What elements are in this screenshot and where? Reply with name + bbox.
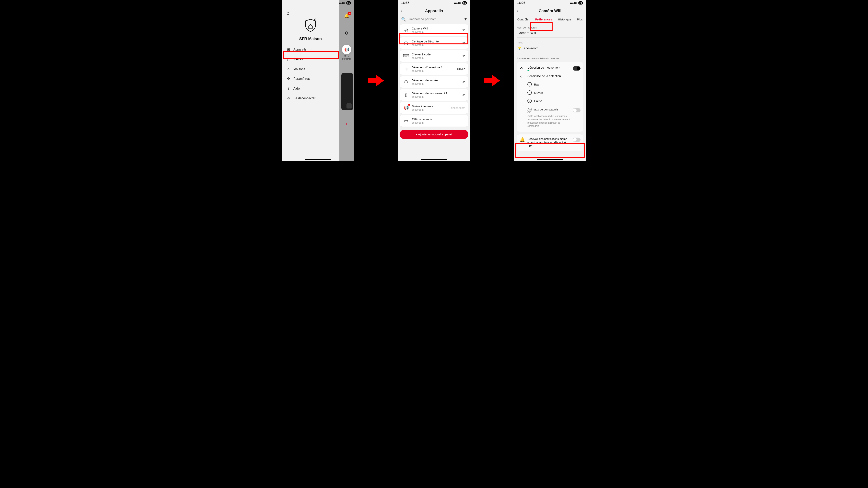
drawer-item-label: Pièces [293, 58, 303, 61]
device-room: showroom [412, 95, 459, 98]
expand-icon[interactable]: ⛶ [346, 103, 351, 108]
tab-more[interactable]: Plus [576, 17, 584, 22]
sensitivity-option-low[interactable]: Bas [520, 80, 581, 89]
emergency-mode-label: Mode d'urgence [339, 55, 354, 60]
drawer-item-rooms[interactable]: ▢Pièces [282, 55, 339, 64]
device-status: On [462, 29, 465, 32]
status-indicators: 4G 66 [454, 1, 467, 4]
device-name: Caméra Wifi [412, 27, 459, 30]
sensitivity-med-label: Moyen [534, 91, 543, 94]
drawer-item-label: Appareils [293, 48, 307, 51]
drawer-item-label: Se déconnecter [293, 97, 315, 100]
device-card[interactable]: ▭ Télécommande showroom [400, 115, 468, 127]
rooms-icon: ▢ [286, 57, 291, 62]
sensitivity-high-label: Haute [534, 99, 542, 103]
device-status: On [462, 93, 465, 97]
page-title: Caméra Wifi [517, 9, 584, 13]
background-dimmed: 🔔30 ⚙ 📢 Mode d'urgence ⛶ › › [339, 0, 354, 161]
shield-icon [303, 18, 318, 33]
status-time: 16:26 [517, 1, 525, 5]
room-selector[interactable]: 💡 showroom ⌄ [517, 44, 583, 53]
notifications-title: Recevoir des notifications même quand le… [527, 137, 570, 144]
device-icon: ⌨ [403, 53, 409, 59]
arrow-2 [484, 75, 500, 87]
device-name: Clavier à code [412, 53, 459, 56]
drawer-item-help[interactable]: ?Aide [282, 84, 339, 93]
motion-detection-title: Détection de mouvement [527, 66, 570, 69]
home-indicator[interactable] [537, 159, 563, 160]
drawer-item-devices[interactable]: ⊞Appareils [282, 44, 339, 55]
device-card[interactable]: ☖ Détecteur de fumée showroom On [400, 76, 468, 88]
nav-drawer: ⌂ SFR Maison ⊞Appareils▢Pièces⌂Maisons⚙P… [282, 0, 339, 161]
sensitivity-option-medium[interactable]: Moyen [520, 89, 581, 97]
search-input[interactable] [409, 18, 461, 21]
devices-icon: ⊞ [286, 47, 291, 52]
device-room: showroom [412, 56, 459, 59]
device-name-label: Nom de l'appareil [517, 26, 583, 29]
notifications-panel: 🔔 Recevoir des notifications même quand … [517, 134, 583, 151]
pets-title: Animaux de compagnie [527, 108, 570, 111]
chevron-right-icon[interactable]: › [343, 142, 351, 150]
help-icon: ? [286, 87, 291, 91]
home-indicator[interactable] [305, 159, 331, 160]
device-card[interactable]: ▯ Détecteur de mouvement 1 showroom On [400, 89, 468, 101]
sensitivity-panel: 👁 Détection de mouvement on ⁘ Sensibilit… [517, 62, 583, 132]
page-header: ‹ Caméra Wifi [514, 5, 586, 15]
device-card[interactable]: ◎ Caméra Wifi showroom On [400, 24, 468, 36]
motion-detection-state: on [527, 69, 570, 72]
battery-badge: 70 [578, 1, 583, 4]
tab-control[interactable]: Contrôler [517, 17, 530, 22]
sensitivity-option-high[interactable]: Haute [520, 97, 581, 105]
home-indicator[interactable] [421, 159, 447, 160]
chevron-right-icon[interactable]: › [343, 120, 351, 128]
drawer-item-homes[interactable]: ⌂Maisons [282, 64, 339, 74]
pets-toggle[interactable] [572, 108, 581, 112]
tab-preferences[interactable]: Préférences [534, 17, 553, 22]
device-room: showroom [412, 121, 463, 124]
device-status: On [462, 41, 465, 44]
room-value: showroom [524, 46, 538, 50]
screen-1-drawer: 16:57 4G 66 🔔30 ⚙ 📢 Mode d'urgence ⛶ › ›… [282, 0, 354, 161]
screen-2-devices: 16:57 4G 66 ‹ Appareils 🔍 ⧩ ◎ Caméra Wif… [398, 0, 470, 161]
device-card[interactable]: ⎅ Détecteur d'ouverture 1 showroom Ouver… [400, 63, 468, 75]
status-bar: 16:57 4G 66 [398, 0, 470, 5]
home-icon[interactable]: ⌂ [287, 10, 339, 16]
status-indicators: 4G 70 [570, 1, 583, 4]
page-header: ‹ Appareils [398, 5, 470, 15]
tab-history[interactable]: Historique [557, 17, 572, 22]
search-icon[interactable]: 🔍 [401, 17, 406, 22]
signal-icon [454, 1, 456, 4]
device-card[interactable]: ⌨ Clavier à code showroom On [400, 50, 468, 62]
search-bar: 🔍 ⧩ [398, 15, 470, 24]
bell-icon[interactable]: 🔔30 [344, 13, 349, 19]
sensitivity-title: Sensibilité de la détection [527, 74, 581, 78]
motion-detection-toggle[interactable] [572, 66, 581, 71]
camera-preview[interactable]: ⛶ [341, 73, 353, 110]
emergency-mode-icon[interactable]: 📢 [342, 45, 351, 54]
device-card[interactable]: ▢ Centrale de Sécurité showroom On [400, 37, 468, 49]
drawer-item-settings[interactable]: ⚙Paramètres [282, 74, 339, 84]
device-icon: ☖ [403, 78, 409, 85]
device-room: showroom [412, 69, 455, 72]
device-room: showroom [412, 43, 459, 46]
device-name-field[interactable]: Caméra Wifi [517, 29, 583, 37]
dots-icon: ⁘ [520, 74, 525, 79]
device-list: ◎ Caméra Wifi showroom On ▢ Centrale de … [398, 24, 470, 127]
device-status: On [462, 55, 465, 58]
drawer-item-label: Maisons [293, 67, 305, 71]
homes-icon: ⌂ [286, 67, 291, 71]
device-card[interactable]: 📢 Sirène intérieure showroom déconnecté [400, 102, 468, 113]
bell-badge: 30 [347, 12, 351, 15]
room-icon: 💡 [518, 46, 522, 50]
add-device-button[interactable]: + Ajouter un nouvel appareil [400, 130, 468, 139]
device-room: showroom [412, 30, 459, 33]
gear-icon[interactable]: ⚙ [345, 31, 349, 36]
notifications-toggle[interactable] [572, 137, 581, 142]
drawer-item-label: Aide [293, 87, 300, 90]
pets-row: Animaux de compagnie Off Cette fonctionn… [520, 106, 581, 129]
filter-icon[interactable]: ⧩ [464, 17, 467, 22]
app-logo [282, 18, 339, 33]
room-label: Pièce [517, 41, 583, 44]
device-icon: ⎅ [403, 66, 409, 72]
drawer-item-logout[interactable]: ⎋Se déconnecter [282, 93, 339, 103]
